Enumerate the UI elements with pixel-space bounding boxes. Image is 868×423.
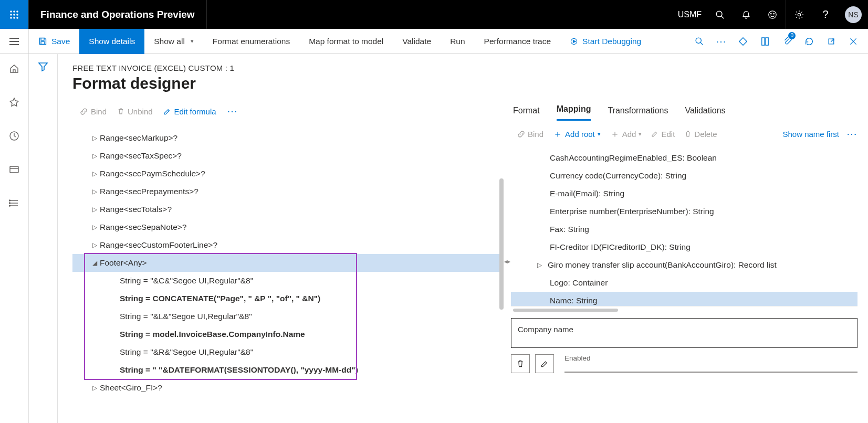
detail-delete-button[interactable] bbox=[511, 354, 530, 373]
model-tree[interactable]: CashAccountingRegimeEnabled_ES: BooleanC… bbox=[511, 149, 857, 306]
tree-row[interactable]: String = "&R&"Segoe UI,Regular"&8" bbox=[72, 343, 500, 361]
attachments-button[interactable]: 0 bbox=[777, 29, 798, 54]
app-launcher-button[interactable] bbox=[0, 0, 29, 29]
tree-row[interactable]: ▷Range<secTaxSpec>? bbox=[72, 147, 500, 165]
model-row[interactable]: CashAccountingRegimeEnabled_ES: Boolean bbox=[511, 149, 857, 167]
tree-row[interactable]: ▷Sheet<Giro_FI>? bbox=[72, 379, 500, 397]
user-avatar[interactable]: NS bbox=[845, 6, 862, 23]
overflow-button[interactable]: ⋯ bbox=[710, 29, 731, 54]
model-row[interactable]: Fax: String bbox=[511, 220, 857, 238]
search-button[interactable] bbox=[707, 0, 733, 29]
expand-toggle[interactable]: ▷ bbox=[89, 241, 100, 249]
tree-label: String = "&R&"Segoe UI,Regular"&8" bbox=[120, 347, 253, 357]
svg-point-8 bbox=[16, 17, 18, 19]
show-name-first-button[interactable]: Show name first bbox=[782, 130, 839, 139]
tree-row[interactable]: ▷Range<secSepaNote>? bbox=[72, 218, 500, 236]
tree-row[interactable]: ▷Range<secPrepayments>? bbox=[72, 183, 500, 200]
expand-toggle[interactable]: ▷ bbox=[89, 224, 100, 231]
tree-row[interactable]: ▷Range<secCustomFooterLine>? bbox=[72, 236, 500, 254]
svg-point-34 bbox=[9, 203, 11, 204]
nav-toggle-button[interactable] bbox=[9, 38, 19, 45]
pane-splitter[interactable]: ◂▸ bbox=[504, 100, 511, 423]
model-row[interactable]: ▷Giro money transfer slip account(BankAc… bbox=[511, 256, 857, 274]
help-button[interactable]: ? bbox=[812, 0, 839, 29]
map-format-button[interactable]: Map format to model bbox=[299, 29, 393, 54]
notifications-button[interactable] bbox=[733, 0, 759, 29]
tree-row[interactable]: ▷Range<secTotals>? bbox=[72, 200, 500, 218]
model-row[interactable]: E-mail(Email): String bbox=[511, 185, 857, 203]
expand-toggle[interactable]: ▷ bbox=[89, 134, 100, 142]
feedback-button[interactable] bbox=[759, 0, 786, 29]
tab-transformations[interactable]: Transformations bbox=[608, 106, 668, 121]
performance-trace-button[interactable]: Performance trace bbox=[475, 29, 561, 54]
model-row[interactable]: Currency code(CurrencyCode): String bbox=[511, 167, 857, 185]
tree-row[interactable]: ◢Footer<Any> bbox=[72, 254, 500, 272]
popout-button[interactable] bbox=[821, 29, 842, 54]
expand-toggle[interactable]: ▷ bbox=[89, 206, 100, 213]
command-bar: Save Show details Show all▾ Format enume… bbox=[0, 29, 868, 54]
model-row[interactable]: Name: String bbox=[511, 292, 857, 306]
mapping-overflow[interactable]: ⋯ bbox=[846, 128, 857, 140]
bind-button[interactable]: Bind bbox=[80, 107, 107, 116]
save-icon bbox=[38, 37, 47, 46]
search-icon bbox=[715, 10, 725, 19]
expand-toggle[interactable]: ▷ bbox=[89, 188, 100, 195]
validate-button[interactable]: Validate bbox=[393, 29, 441, 54]
tab-format[interactable]: Format bbox=[513, 106, 540, 121]
tree-row[interactable]: String = model.InvoiceBase.CompanyInfo.N… bbox=[72, 325, 500, 343]
start-debugging-button[interactable]: Start Debugging bbox=[560, 29, 651, 54]
modules-nav[interactable] bbox=[0, 193, 29, 214]
mapping-bind-button[interactable]: Bind bbox=[517, 130, 543, 139]
tree-row[interactable]: String = " "&DATEFORMAT(SESSIONTODAY(), … bbox=[72, 361, 500, 379]
edit-button[interactable]: Edit bbox=[651, 130, 675, 139]
format-enumerations-button[interactable]: Format enumerations bbox=[203, 29, 299, 54]
tree-row[interactable]: String = "&L&"Segoe UI,Regular"&8" bbox=[72, 308, 500, 325]
workspaces-nav[interactable] bbox=[0, 159, 29, 180]
model-horiz-scrollbar[interactable] bbox=[513, 309, 618, 312]
format-toolbar-overflow[interactable]: ⋯ bbox=[227, 105, 238, 118]
close-button[interactable] bbox=[843, 29, 864, 54]
svg-marker-20 bbox=[573, 40, 576, 43]
format-tree[interactable]: ▷Range<secMarkup>?▷Range<secTaxSpec>?▷Ra… bbox=[72, 124, 500, 423]
tree-scrollbar[interactable] bbox=[499, 178, 504, 310]
show-details-button[interactable]: Show details bbox=[79, 29, 144, 54]
run-button[interactable]: Run bbox=[441, 29, 474, 54]
model-row[interactable]: FI-Creditor ID(FICreditorID_DK): String bbox=[511, 238, 857, 256]
tree-row[interactable]: String = "&C&"Segoe UI,Regular"&8" bbox=[72, 272, 500, 290]
add-button[interactable]: ＋ Add ▾ bbox=[610, 128, 642, 140]
expand-toggle[interactable]: ▷ bbox=[531, 261, 548, 269]
expand-toggle[interactable]: ▷ bbox=[89, 152, 100, 160]
detail-edit-button[interactable] bbox=[535, 354, 554, 373]
model-row[interactable]: Enterprise number(EnterpriseNumber): Str… bbox=[511, 203, 857, 220]
edit-formula-button[interactable]: Edit formula bbox=[163, 107, 216, 116]
enabled-field[interactable] bbox=[564, 372, 857, 373]
tab-mapping[interactable]: Mapping bbox=[557, 104, 591, 121]
expand-toggle[interactable]: ▷ bbox=[89, 170, 100, 177]
expand-toggle[interactable]: ◢ bbox=[89, 259, 100, 267]
favorites-nav[interactable] bbox=[0, 92, 29, 113]
add-root-button[interactable]: ＋ Add root ▾ bbox=[553, 128, 601, 140]
expand-toggle[interactable]: ▷ bbox=[89, 384, 100, 392]
settings-button[interactable] bbox=[786, 0, 812, 29]
tab-validations[interactable]: Validations bbox=[685, 106, 725, 121]
home-nav[interactable] bbox=[0, 58, 29, 79]
tree-row[interactable]: ▷Range<secMarkup>? bbox=[72, 129, 500, 147]
tree-label: Range<secSepaNote>? bbox=[100, 223, 186, 232]
delete-button[interactable]: Delete bbox=[684, 130, 717, 139]
clock-icon bbox=[9, 131, 19, 141]
filter-button[interactable] bbox=[38, 61, 48, 423]
recent-nav[interactable] bbox=[0, 125, 29, 146]
save-button[interactable]: Save bbox=[29, 29, 79, 54]
cmd-search-button[interactable] bbox=[688, 29, 709, 54]
refresh-button[interactable] bbox=[799, 29, 820, 54]
show-all-button[interactable]: Show all▾ bbox=[144, 29, 203, 54]
tree-row[interactable]: String = CONCATENATE("Page", " &P ", "of… bbox=[72, 290, 500, 308]
attachments-badge: 0 bbox=[788, 32, 796, 39]
legal-entity[interactable]: USMF bbox=[673, 10, 707, 19]
unbind-button[interactable]: Unbind bbox=[117, 107, 153, 116]
ellipsis-icon: ⋯ bbox=[716, 35, 727, 48]
tree-row[interactable]: ▷Range<secPaymSchedule>? bbox=[72, 165, 500, 183]
pin-button[interactable] bbox=[733, 29, 754, 54]
page-options-button[interactable] bbox=[755, 29, 776, 54]
model-row[interactable]: Logo: Container bbox=[511, 274, 857, 292]
